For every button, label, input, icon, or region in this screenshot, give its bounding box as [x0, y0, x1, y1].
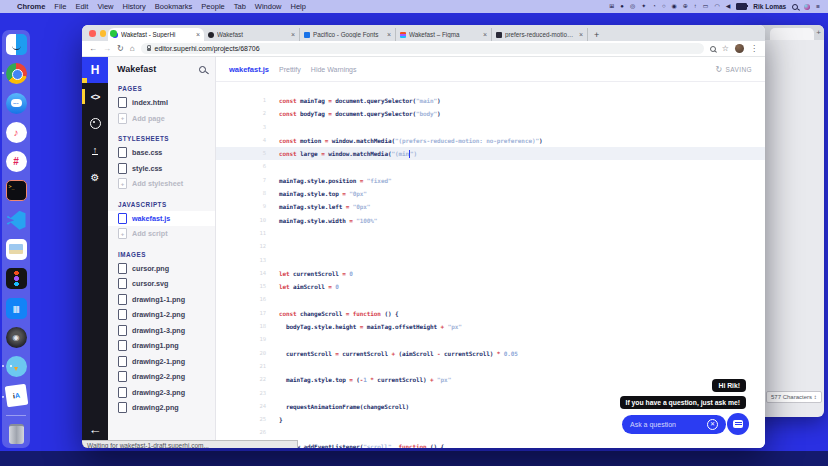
chat-launcher-button[interactable] — [727, 413, 749, 435]
file-item-base-css[interactable]: base.css — [108, 145, 215, 161]
prettify-button[interactable]: Prettify — [279, 66, 301, 73]
code-line-13[interactable]: 13 — [216, 254, 765, 267]
rail-item-settings[interactable]: ⚙ — [82, 169, 108, 186]
file-item-cursor-svg[interactable]: cursor.svg — [108, 276, 215, 292]
tab-close-icon[interactable]: × — [387, 31, 391, 38]
code-line-11[interactable]: 11 — [216, 227, 765, 240]
dock-app-finder-icon[interactable] — [6, 34, 27, 55]
address-bar[interactable]: editor.superhi.com/projects/68706 — [141, 43, 704, 54]
menu-item-file[interactable]: File — [54, 2, 66, 11]
background-window-newtab-icon[interactable]: + — [816, 28, 821, 37]
menu-item-edit[interactable]: Edit — [75, 2, 88, 11]
file-item-index-html[interactable]: index.html — [108, 95, 215, 111]
code-line-10[interactable]: 10mainTag.style.width = "100%" — [216, 214, 765, 227]
tab-close-icon[interactable]: × — [483, 31, 487, 38]
dock-app-trash-icon[interactable] — [9, 424, 24, 444]
dock-app-stripes-icon[interactable]: |||| — [6, 298, 27, 319]
dock-app-terminal-icon[interactable]: >_ — [6, 180, 27, 201]
browser-tab-3[interactable]: Pacifico - Google Fonts× — [300, 28, 396, 41]
file-item-wakefast-js[interactable]: wakefast.js — [108, 211, 215, 227]
code-line-9[interactable]: 9mainTag.style.left = "0px" — [216, 200, 765, 213]
dock-app-music-icon[interactable]: ♪ — [6, 122, 27, 143]
file-item-cursor-png[interactable]: cursor.png — [108, 261, 215, 277]
menu-app-name[interactable]: Chrome — [17, 2, 45, 11]
volume-icon[interactable]: ◀ — [726, 0, 731, 13]
bookmark-star-icon[interactable]: ☆ — [722, 44, 729, 53]
clock-icon[interactable]: ◔ — [652, 0, 656, 13]
forward-icon[interactable]: → — [103, 41, 111, 56]
tab-close-icon[interactable]: × — [579, 31, 583, 38]
battery-icon[interactable] — [736, 3, 747, 10]
file-item-style-css[interactable]: style.css — [108, 161, 215, 177]
code-line-12[interactable]: 12 — [216, 240, 765, 253]
dock-app-iawriter-icon[interactable]: iA — [4, 384, 28, 408]
file-item-drawing2-png[interactable]: drawing2.png — [108, 400, 215, 416]
code-line-22[interactable]: 22 mainTag.style.top = (-1 * currentScro… — [216, 373, 765, 386]
code-line-5[interactable]: 5const large = window.matchMedia("(min") — [216, 147, 765, 160]
sidebar-search-icon[interactable] — [199, 66, 206, 73]
rail-item-code[interactable]: <> — [82, 88, 108, 105]
record-icon[interactable]: ● — [620, 0, 624, 13]
back-icon[interactable]: ← — [89, 41, 97, 56]
tab-close-icon[interactable]: × — [196, 31, 200, 38]
file-item-drawing1-1-png[interactable]: drawing1-1.png — [108, 292, 215, 308]
file-item-add-stylesheet[interactable]: +Add stylesheet — [108, 176, 215, 192]
code-line-6[interactable]: 6 — [216, 160, 765, 173]
code-line-18[interactable]: 18 bodyTag.style.height = mainTag.offset… — [216, 320, 765, 333]
code-line-14[interactable]: 14let currentScroll = 0 — [216, 267, 765, 280]
dock-app-slack-icon[interactable]: # — [6, 151, 27, 172]
display-icon[interactable]: ▭ — [703, 0, 709, 13]
file-item-drawing1-png[interactable]: drawing1.png — [108, 338, 215, 354]
dock-app-chrome-icon[interactable] — [6, 63, 27, 84]
orientation-icon[interactable]: ◎ — [630, 0, 635, 13]
dock-app-preview-icon[interactable] — [6, 239, 27, 260]
code-line-4[interactable]: 4const motion = window.matchMedia("(pref… — [216, 134, 765, 147]
code-line-27[interactable]: 27window.addEventListener("scroll", func… — [216, 440, 765, 448]
dock-app-twitterrific-icon[interactable] — [6, 356, 27, 377]
dock-app-messages-icon[interactable]: ••• — [6, 93, 27, 114]
background-window-tab[interactable] — [770, 28, 814, 40]
code-line-17[interactable]: 17const changeScroll = function () { — [216, 307, 765, 320]
back-arrow-button[interactable]: ← — [89, 422, 102, 437]
reload-icon[interactable]: ↻ — [117, 41, 124, 56]
active-file-tab[interactable]: wakefast.js — [229, 65, 269, 74]
tab-close-icon[interactable]: × — [291, 31, 295, 38]
code-line-8[interactable]: 8mainTag.style.top = "0px" — [216, 187, 765, 200]
search-icon[interactable] — [710, 46, 716, 52]
file-item-drawing2-3-png[interactable]: drawing2-3.png — [108, 385, 215, 401]
wifi-icon[interactable]: ◠ — [714, 0, 719, 13]
file-item-drawing1-3-png[interactable]: drawing1-3.png — [108, 323, 215, 339]
code-line-2[interactable]: 2const bodyTag = document.querySelector(… — [216, 107, 765, 120]
dock-app-screenflow-icon[interactable]: ◉ — [6, 327, 27, 348]
dock-app-vscode-icon[interactable] — [6, 210, 27, 231]
superhi-logo[interactable]: H — [82, 57, 108, 83]
mirror-icon[interactable]: ⊞ — [609, 0, 614, 13]
new-tab-button[interactable]: + — [594, 30, 599, 40]
browser-tab-2[interactable]: Wakefast× — [204, 28, 300, 41]
close-window-button[interactable] — [89, 30, 96, 37]
menu-item-tab[interactable]: Tab — [234, 2, 246, 11]
minimize-window-button[interactable] — [100, 30, 107, 37]
code-line-19[interactable]: 19 — [216, 333, 765, 346]
file-item-drawing2-1-png[interactable]: drawing2-1.png — [108, 354, 215, 370]
menu-item-history[interactable]: History — [123, 2, 146, 11]
code-area[interactable]: 1const mainTag = document.querySelector(… — [216, 82, 765, 448]
file-item-add-script[interactable]: +Add script — [108, 226, 215, 242]
url-text[interactable]: editor.superhi.com/projects/68706 — [155, 45, 260, 52]
share-icon[interactable]: ⊕ — [683, 0, 688, 13]
chat-close-icon[interactable]: ✕ — [707, 419, 718, 430]
target-icon[interactable]: ◉ — [672, 0, 677, 13]
browser-tab-4[interactable]: Wakefast – Figma× — [396, 28, 492, 41]
profile-avatar[interactable] — [735, 44, 744, 53]
up-icon[interactable]: ↑ — [694, 0, 697, 13]
browser-tab-1[interactable]: Wakefast - SuperHi× — [108, 28, 204, 41]
code-line-7[interactable]: 7mainTag.style.position = "fixed" — [216, 174, 765, 187]
menu-user-name[interactable]: Rik Lomas — [753, 3, 786, 10]
code-line-15[interactable]: 15let aimScroll = 0 — [216, 280, 765, 293]
code-line-20[interactable]: 20 currentScroll = currentScroll + (aimS… — [216, 347, 765, 360]
circle-icon[interactable]: ○ — [662, 0, 666, 13]
dock-app-figma-icon[interactable] — [6, 268, 27, 289]
file-item-add-page[interactable]: +Add page — [108, 111, 215, 127]
spotlight-search-icon[interactable] — [792, 4, 798, 10]
file-item-drawing2-2-png[interactable]: drawing2-2.png — [108, 369, 215, 385]
